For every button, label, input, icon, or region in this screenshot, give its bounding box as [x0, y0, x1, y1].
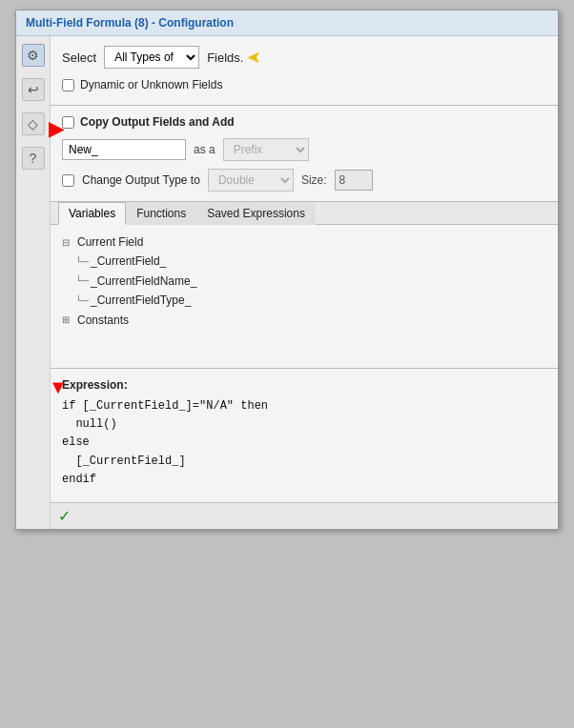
tab-variables[interactable]: Variables — [58, 202, 126, 225]
select-label: Select — [62, 51, 96, 65]
tree-label: Current Field — [77, 233, 143, 252]
dynamic-fields-checkbox[interactable] — [62, 79, 74, 91]
main-window: Multi-Field Formula (8) - Configuration … — [15, 10, 559, 530]
expand-icon[interactable]: ⊟ — [62, 234, 75, 251]
content-area: Select All Types of Numeric String Date … — [51, 36, 558, 529]
leaf-icon: └─ — [75, 273, 89, 289]
sidebar: ⚙ ↩ ◇ ? — [16, 36, 51, 529]
tab-bar: Variables Functions Saved Expressions — [51, 202, 558, 225]
copy-output-label: Copy Output Fields and Add — [80, 115, 235, 129]
all-types-dropdown[interactable]: All Types of Numeric String Date — [104, 46, 199, 69]
change-output-label: Change Output Type to — [82, 173, 200, 187]
main-layout: ⚙ ↩ ◇ ? Select All Types of Numeric Stri… — [16, 36, 558, 529]
prefix-dropdown[interactable]: Prefix Suffix — [223, 138, 309, 161]
window-title: Multi-Field Formula (8) - Configuration — [26, 16, 234, 30]
copy-header: Copy Output Fields and Add — [62, 115, 546, 129]
sidebar-icon-tag[interactable]: ◇ — [22, 112, 45, 135]
yellow-arrow-icon: ➤ — [247, 47, 261, 68]
new-field-row: as a Prefix Suffix — [62, 138, 546, 161]
sidebar-icon-help[interactable]: ? — [22, 147, 45, 170]
tabs-section: Variables Functions Saved Expressions ⊟ … — [51, 202, 558, 369]
change-output-checkbox[interactable] — [62, 174, 74, 187]
size-label: Size: — [301, 173, 327, 187]
expand-icon[interactable]: ⊞ — [62, 312, 75, 328]
expression-label: Expression: — [62, 378, 546, 392]
copy-output-checkbox[interactable] — [62, 116, 74, 129]
tree-area: ⊟ Current Field └─ _CurrentField_ └─ _Cu… — [51, 225, 558, 368]
tree-node-current-field: ⊟ Current Field — [62, 233, 546, 252]
red-arrow-right-icon: ▶ — [49, 117, 63, 140]
tree-label: Constants — [77, 311, 129, 330]
expression-code[interactable]: if [_CurrentField_]="N/A" then null() el… — [62, 397, 546, 489]
new-field-input[interactable] — [62, 139, 186, 160]
dynamic-fields-row: Dynamic or Unknown Fields — [62, 78, 546, 91]
change-output-row: Change Output Type to Double String Int3… — [62, 169, 546, 192]
expression-section: ▼ Expression: if [_CurrentField_]="N/A" … — [51, 369, 558, 502]
bottom-bar: ✓ — [51, 502, 558, 529]
select-section: Select All Types of Numeric String Date … — [51, 36, 558, 106]
tree-node-currentfieldtype: └─ _CurrentFieldType_ — [62, 291, 546, 310]
select-row: Select All Types of Numeric String Date … — [62, 46, 546, 69]
sidebar-icon-back[interactable]: ↩ — [22, 78, 45, 101]
title-bar: Multi-Field Formula (8) - Configuration — [16, 10, 558, 36]
as-a-label: as a — [194, 143, 215, 156]
tree-node-currentfieldname: └─ _CurrentFieldName_ — [62, 272, 546, 291]
fields-wrapper: Fields. ➤ — [207, 47, 261, 68]
tab-saved-expressions[interactable]: Saved Expressions — [196, 202, 316, 225]
fields-label: Fields. — [207, 51, 243, 65]
leaf-icon: └─ — [75, 253, 89, 270]
dynamic-fields-label: Dynamic or Unknown Fields — [80, 78, 222, 91]
sidebar-icon-settings[interactable]: ⚙ — [22, 44, 45, 67]
type-dropdown[interactable]: Double String Int32 Int64 — [208, 169, 294, 192]
tree-label[interactable]: _CurrentFieldType_ — [91, 291, 191, 310]
check-icon: ✓ — [58, 507, 71, 525]
tab-functions[interactable]: Functions — [126, 202, 196, 225]
tree-label[interactable]: _CurrentField_ — [91, 252, 166, 271]
red-arrow-down-icon: ▼ — [49, 376, 68, 398]
copy-section: ▶ Copy Output Fields and Add as a Prefix… — [51, 106, 558, 202]
leaf-icon: └─ — [75, 293, 89, 309]
tree-node-constants: ⊞ Constants — [62, 311, 546, 330]
size-input[interactable] — [335, 170, 373, 191]
tree-label[interactable]: _CurrentFieldName_ — [91, 272, 196, 291]
tree-node-currentfield: └─ _CurrentField_ — [62, 252, 546, 271]
